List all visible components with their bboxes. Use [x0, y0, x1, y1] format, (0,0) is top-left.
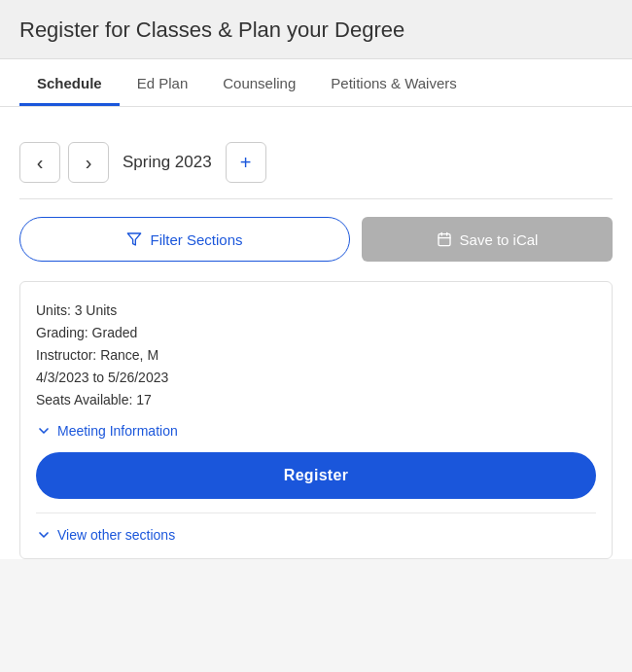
filter-sections-button[interactable]: Filter Sections [19, 217, 350, 262]
filter-icon [126, 231, 142, 247]
tab-counseling[interactable]: Counseling [205, 59, 313, 106]
svg-rect-1 [439, 234, 450, 246]
dates-text: 4/3/2023 to 5/26/2023 [36, 367, 596, 389]
calendar-icon [437, 231, 452, 247]
chevron-down-sections-icon [36, 527, 52, 543]
page-title: Register for Classes & Plan your Degree [19, 18, 613, 43]
semester-nav: ‹ › Spring 2023 + [19, 126, 613, 199]
chevron-right-icon: › [86, 152, 92, 174]
units-text: Units: 3 Units [36, 300, 596, 322]
meeting-information-link[interactable]: Meeting Information [36, 423, 596, 439]
grading-text: Grading: Graded [36, 322, 596, 344]
semester-label: Spring 2023 [123, 153, 212, 172]
seats-text: Seats Available: 17 [36, 389, 596, 411]
chevron-left-icon: ‹ [37, 152, 44, 174]
card-info: Units: 3 Units Grading: Graded Instructo… [36, 300, 596, 411]
view-other-sections-link[interactable]: View other sections [36, 513, 596, 558]
plus-icon: + [240, 152, 252, 174]
instructor-text: Instructor: Rance, M [36, 344, 596, 367]
add-semester-button[interactable]: + [226, 142, 266, 183]
prev-semester-button[interactable]: ‹ [19, 142, 60, 183]
tab-schedule[interactable]: Schedule [19, 59, 120, 106]
tab-ed-plan[interactable]: Ed Plan [120, 59, 206, 106]
save-ical-button[interactable]: Save to iCal [362, 217, 613, 262]
tab-petitions-waivers[interactable]: Petitions & Waivers [313, 59, 474, 106]
chevron-down-icon [36, 423, 52, 439]
register-button[interactable]: Register [36, 452, 596, 499]
svg-marker-0 [128, 233, 141, 245]
course-card: Units: 3 Units Grading: Graded Instructo… [19, 281, 613, 559]
action-row: Filter Sections Save to iCal [19, 199, 613, 265]
main-content: ‹ › Spring 2023 + Filter Sections Save t… [0, 107, 632, 559]
page-header: Register for Classes & Plan your Degree [0, 0, 632, 59]
tabs-container: Schedule Ed Plan Counseling Petitions & … [0, 59, 632, 107]
next-semester-button[interactable]: › [68, 142, 109, 183]
